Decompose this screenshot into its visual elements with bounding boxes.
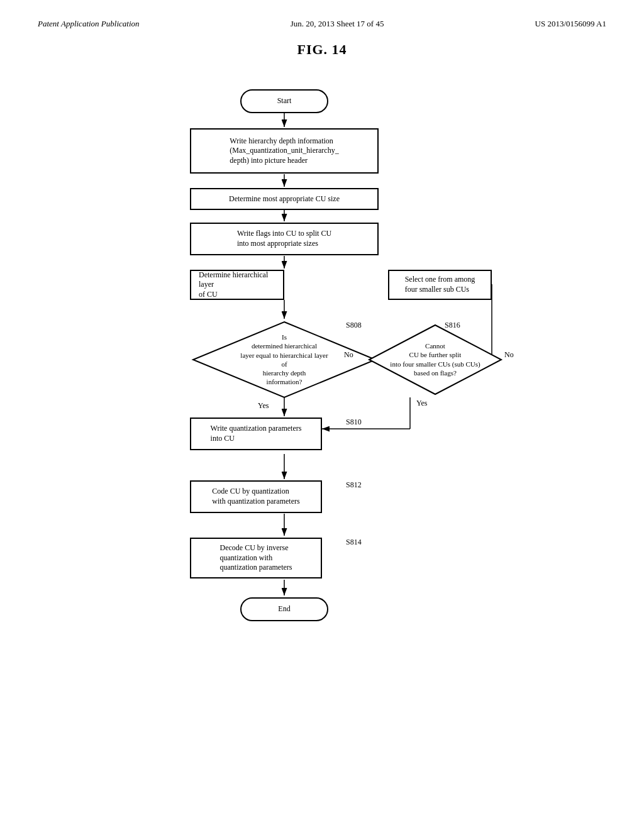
end-node: End: [240, 597, 328, 621]
s806-text: Determine hierarchical layer of CU: [199, 270, 275, 300]
s810-text: Write quantization parameters into CU: [211, 424, 302, 443]
s806-node: Determine hierarchical layer of CU: [190, 270, 284, 300]
page: Patent Application Publication Jun. 20, …: [0, 0, 644, 830]
s808-diamond-container: Isdetermined hierarchicallayer equal to …: [190, 319, 379, 401]
figure-title: FIG. 14: [38, 42, 606, 58]
s814-text: Decode CU by inverse quantization with q…: [220, 543, 292, 573]
s816-diamond-container: CannotCU be further splitinto four small…: [366, 322, 504, 397]
s812-node: Code CU by quantization with quantizatio…: [190, 480, 322, 513]
header: Patent Application Publication Jun. 20, …: [38, 19, 606, 29]
s804-text: Write flags into CU to split CU into mos…: [237, 229, 331, 248]
s800-text: Write hierarchy depth information (Max_q…: [230, 136, 338, 166]
s816-text: CannotCU be further splitinto four small…: [375, 341, 495, 377]
flowchart-arrows: [102, 77, 542, 768]
header-center: Jun. 20, 2013 Sheet 17 of 45: [291, 19, 384, 29]
start-node: Start: [240, 89, 328, 113]
s812-step-label: S812: [346, 480, 362, 490]
start-label: Start: [277, 96, 292, 106]
s810-node: Write quantization parameters into CU: [190, 418, 322, 450]
no2-label: No: [504, 350, 514, 360]
header-left: Patent Application Publication: [38, 19, 140, 29]
s802-text: Determine most appropriate CU size: [229, 194, 340, 204]
header-right: US 2013/0156099 A1: [535, 19, 606, 29]
s808-step-label: S808: [346, 321, 362, 330]
s814-step-label: S814: [346, 538, 362, 547]
s818-node: Select one from among four smaller sub C…: [388, 270, 492, 300]
yes1-label: Yes: [258, 401, 269, 411]
s814-node: Decode CU by inverse quantization with q…: [190, 538, 322, 578]
s802-node: Determine most appropriate CU size: [190, 188, 379, 210]
no1-label: No: [344, 350, 353, 360]
s816-step-label: S816: [445, 321, 460, 330]
end-label: End: [278, 604, 290, 614]
s812-text: Code CU by quantization with quantizatio…: [212, 487, 299, 506]
s800-node: Write hierarchy depth information (Max_q…: [190, 128, 379, 174]
s818-text: Select one from among four smaller sub C…: [405, 275, 475, 294]
yes2-label: Yes: [416, 399, 427, 408]
flowchart-diagram: Start S800 Write hierarchy depth informa…: [102, 77, 542, 768]
s804-node: Write flags into CU to split CU into mos…: [190, 223, 379, 255]
s808-text: Isdetermined hierarchicallayer equal to …: [237, 333, 331, 387]
s810-step-label: S810: [346, 418, 362, 427]
